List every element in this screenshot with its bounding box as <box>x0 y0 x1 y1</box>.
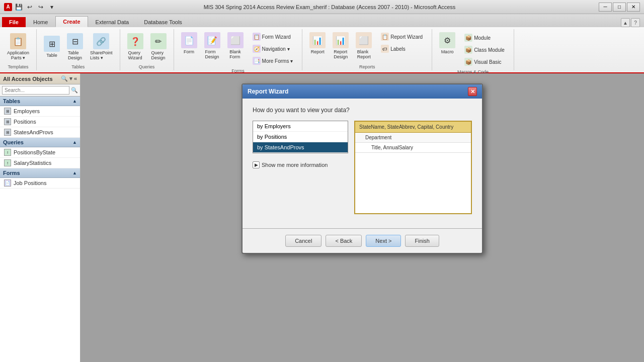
blank-form-btn[interactable]: ⬜ BlankForm <box>224 30 247 61</box>
dialog-close-btn[interactable]: ✕ <box>468 87 477 96</box>
undo-btn[interactable]: ↩ <box>25 3 34 12</box>
preview-fields-label: Title, AnnualSalary <box>371 145 413 150</box>
ribbon-group-tables: ⊞ Table ⊟ TableDesign 🔗 SharePointLists … <box>37 29 120 70</box>
ribbon: File Home Create External Data Database … <box>0 14 644 73</box>
tables-group-label: Tables <box>71 64 85 69</box>
tab-external-data[interactable]: External Data <box>88 17 137 27</box>
search-icon[interactable]: 🔍 <box>71 87 78 94</box>
quick-access-toolbar: 💾 ↩ ↪ ▾ <box>14 3 56 12</box>
statesandprovs-label: StatesAndProvs <box>14 129 53 135</box>
form-design-icon: 📝 <box>204 32 220 48</box>
application-parts-btn[interactable]: 📋 ApplicationParts ▾ <box>4 31 32 62</box>
sidebar-header: All Access Objects 🔍 ▾ « <box>0 73 80 84</box>
redo-btn[interactable]: ↪ <box>36 3 45 12</box>
sidebar: All Access Objects 🔍 ▾ « 🔍 Tables ▲ ⊞ Em… <box>0 73 80 362</box>
report-design-btn[interactable]: 📊 ReportDesign <box>330 30 352 61</box>
preview-panel: StateName, StateAbbrev, Capital, Country… <box>354 121 472 214</box>
table-design-icon: ⊟ <box>67 33 83 49</box>
sharepoint-lists-btn[interactable]: 🔗 SharePointLists ▾ <box>87 31 116 62</box>
view-item-positions[interactable]: by Positions <box>253 132 348 142</box>
sidebar-section-tables[interactable]: Tables ▲ <box>0 97 80 106</box>
macro-btn[interactable]: ⚙ Macro <box>436 30 458 56</box>
preview-dept-row: Department <box>355 133 471 143</box>
queries-label: Queries <box>3 139 24 145</box>
employers-label: Employers <box>14 108 40 114</box>
minimize-btn[interactable]: ─ <box>599 3 612 12</box>
report-wizard-btn[interactable]: 📋 Report Wizard <box>378 31 426 42</box>
dialog-body: How do you want to view your data? by Em… <box>243 99 482 222</box>
job-positions-label: Job Positions <box>14 180 46 186</box>
sidebar-options-btn[interactable]: ▾ <box>69 75 72 82</box>
blank-report-btn[interactable]: ⬜ BlankReport <box>353 30 375 61</box>
sharepoint-icon: 🔗 <box>93 33 109 49</box>
query-design-btn[interactable]: ✏ QueryDesign <box>147 31 170 62</box>
tab-database-tools[interactable]: Database Tools <box>136 17 190 27</box>
templates-group-label: Templates <box>8 64 29 69</box>
forms-label: Forms <box>3 170 20 176</box>
close-btn[interactable]: ✕ <box>627 3 640 12</box>
help-collapse-btn[interactable]: ▲ <box>621 18 630 27</box>
view-item-statesandprovs[interactable]: by StatesAndProvs <box>253 142 348 153</box>
blank-form-icon: ⬜ <box>227 32 244 48</box>
report-btn[interactable]: 📊 Report <box>306 30 329 61</box>
search-box: 🔍 <box>0 84 80 97</box>
tab-home[interactable]: Home <box>26 17 55 27</box>
next-button[interactable]: Next > <box>366 235 401 247</box>
preview-header: StateName, StateAbbrev, Capital, Country <box>355 122 471 133</box>
ribbon-content: 📋 ApplicationParts ▾ Templates ⊞ Table ⊟… <box>0 27 644 72</box>
sidebar-collapse-btn[interactable]: « <box>74 75 77 82</box>
report-design-icon: 📊 <box>333 32 349 48</box>
class-module-btn[interactable]: 📦 Class Module <box>461 44 508 55</box>
application-parts-icon: 📋 <box>10 33 26 49</box>
sidebar-item-statesandprovs[interactable]: ⊞ StatesAndProvs <box>0 127 80 138</box>
more-forms-btn[interactable]: 📑 More Forms ▾ <box>250 55 296 66</box>
blank-report-icon: ⬜ <box>356 32 372 48</box>
sidebar-item-positions[interactable]: ⊞ Positions <box>0 117 80 127</box>
help-btn[interactable]: ? <box>631 18 640 27</box>
form-wizard-btn[interactable]: 📋 Form Wizard <box>250 31 296 42</box>
forms-chevron: ▲ <box>72 170 77 175</box>
ribbon-tabs: File Home Create External Data Database … <box>0 14 644 27</box>
navigation-btn[interactable]: 🧭 Navigation ▾ <box>250 43 296 54</box>
form-icon-jobpos: 📄 <box>4 179 11 187</box>
sidebar-item-employers[interactable]: ⊞ Employers <box>0 106 80 117</box>
sidebar-section-queries[interactable]: Queries ▲ <box>0 138 80 147</box>
view-item-employers[interactable]: by Employers <box>253 121 348 132</box>
app-icon: A <box>4 3 12 11</box>
sidebar-item-positionsbystate[interactable]: ! PositionsByState <box>0 147 80 158</box>
labels-btn[interactable]: 🏷 Labels <box>378 43 426 54</box>
module-icon: 📦 <box>464 34 472 42</box>
tab-file[interactable]: File <box>2 17 26 27</box>
form-btn[interactable]: 📄 Form <box>178 30 200 61</box>
table-btn[interactable]: ⊞ Table <box>41 34 63 60</box>
query-wizard-icon: ❓ <box>127 33 143 49</box>
back-button[interactable]: < Back <box>326 235 362 247</box>
report-wizard-icon: 📋 <box>381 33 389 41</box>
visual-basic-btn[interactable]: 📦 Visual Basic <box>461 56 508 67</box>
show-info-label: Show me more information <box>262 162 328 168</box>
all-access-objects-label: All Access Objects <box>3 76 53 82</box>
queries-group-label: Queries <box>139 64 155 69</box>
sidebar-item-job-positions[interactable]: 📄 Job Positions <box>0 178 80 189</box>
dialog-title: Report Wizard <box>248 88 288 95</box>
sidebar-section-forms[interactable]: Forms ▲ <box>0 168 80 178</box>
customize-btn[interactable]: ▾ <box>47 3 56 12</box>
save-quick-btn[interactable]: 💾 <box>14 3 23 12</box>
report-wizard-dialog: Report Wizard ✕ How do you want to view … <box>242 83 483 254</box>
window-title: MIS 304 Spring 2014 Access Review Exam_s… <box>60 4 599 10</box>
sidebar-search-btn[interactable]: 🔍 <box>61 75 68 82</box>
form-wizard-icon: 📋 <box>253 33 261 41</box>
table-design-btn[interactable]: ⊟ TableDesign <box>64 31 86 62</box>
preview-empty-space <box>355 153 471 213</box>
search-input[interactable] <box>2 86 69 95</box>
tab-create[interactable]: Create <box>55 16 88 27</box>
sidebar-item-salarystatistics[interactable]: ! SalaryStatistics <box>0 158 80 168</box>
form-design-btn[interactable]: 📝 FormDesign <box>201 30 223 61</box>
ribbon-group-queries: ❓ QueryWizard ✏ QueryDesign Queries <box>120 29 174 70</box>
module-btn[interactable]: 📦 Module <box>461 32 508 43</box>
cancel-button[interactable]: Cancel <box>285 235 321 247</box>
show-info-link[interactable]: ▶ Show me more information <box>253 161 348 168</box>
finish-button[interactable]: Finish <box>405 235 439 247</box>
maximize-btn[interactable]: □ <box>613 3 626 12</box>
query-wizard-btn[interactable]: ❓ QueryWizard <box>124 31 146 62</box>
